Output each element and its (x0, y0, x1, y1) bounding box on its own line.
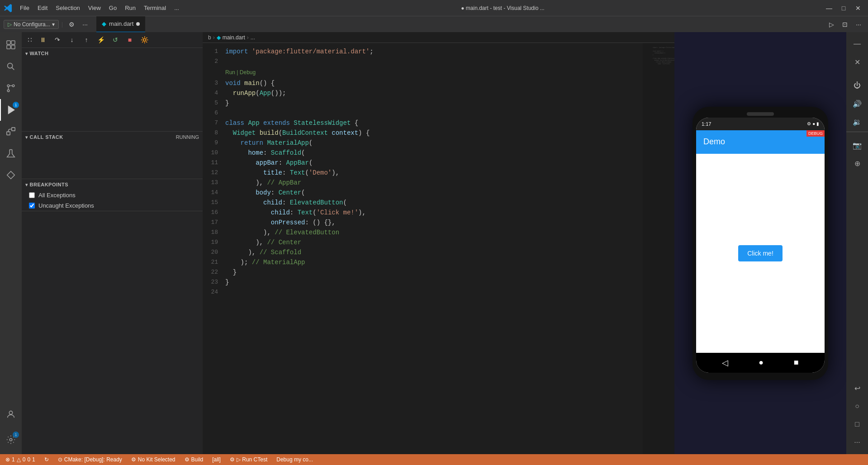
code-line-14: 14 body: Center( (203, 188, 674, 198)
debug-config-selector[interactable]: ▷ No Configura... ▾ (4, 20, 59, 29)
volume-down-button[interactable]: 🔉 (849, 114, 865, 130)
ctest-label: ▷ Run CTest (237, 456, 267, 463)
menu-file[interactable]: File (16, 4, 33, 12)
phone-status-icons: ⚙ ● ▮ (807, 121, 819, 126)
code-line-12: 12 title: Text('Demo'), (203, 168, 674, 178)
watch-section-header[interactable]: ▾ WATCH (22, 48, 203, 59)
step-over-button[interactable]: ↷ (52, 34, 63, 46)
step-into-button[interactable]: ↓ (66, 34, 78, 46)
run-debug-hint[interactable]: Run | Debug (203, 66, 674, 78)
sync-indicator[interactable]: ↻ (43, 454, 51, 465)
code-editor[interactable]: import 'package:flutter/material.dart'; … (203, 43, 674, 454)
breadcrumb-b[interactable]: b (208, 34, 211, 41)
svg-point-14 (9, 411, 12, 414)
close-button[interactable]: ✕ (852, 4, 864, 13)
click-me-button[interactable]: Click me! (738, 245, 783, 261)
sidebar-item-explorer[interactable] (0, 34, 22, 56)
minimize-button[interactable]: — (823, 4, 835, 13)
split-editor-button[interactable]: ⊡ (839, 19, 851, 30)
sidebar-item-run-debug[interactable]: 1 (0, 99, 22, 121)
stop-button[interactable]: ■ (124, 34, 136, 46)
home-nav-button[interactable]: ○ (849, 398, 865, 414)
svg-point-6 (7, 85, 9, 87)
maximize-button[interactable]: □ (837, 4, 850, 13)
sidebar-item-flutter[interactable] (0, 164, 22, 186)
code-line-6: 6 (203, 108, 674, 118)
cmake-status[interactable]: ⊙ CMake: [Debug]: Ready (56, 454, 124, 465)
hot-reload-button[interactable]: 🔆 (138, 34, 150, 46)
phone-back-button[interactable]: ◁ (722, 358, 728, 368)
tab-label: main.dart (109, 20, 133, 27)
continue-button[interactable]: ⚡ (95, 34, 107, 46)
uncaught-exceptions-checkbox[interactable] (29, 203, 35, 209)
menu-run[interactable]: Run (121, 4, 139, 12)
breadcrumb-sep1: › (213, 34, 215, 41)
menu-selection[interactable]: Selection (52, 4, 83, 12)
breakpoint-uncaught-exceptions[interactable]: Uncaught Exceptions (22, 200, 203, 211)
device-more-button[interactable]: ··· (849, 434, 865, 451)
svg-rect-0 (7, 41, 10, 44)
build-button[interactable]: ⚙ Build (183, 454, 205, 465)
call-stack-label: CALL STACK (30, 134, 63, 140)
device-close-button[interactable]: ✕ (849, 54, 865, 70)
menu-terminal[interactable]: Terminal (140, 4, 170, 12)
editor-more-button[interactable]: ··· (853, 19, 864, 30)
editor-actions: ▷ ⊡ ··· (825, 19, 864, 30)
sidebar-drag-handle[interactable] (25, 35, 34, 44)
sidebar-item-test[interactable] (0, 142, 22, 164)
restart-button[interactable]: ↺ (109, 34, 121, 46)
title-bar: File Edit Selection View Go Run Terminal… (0, 0, 868, 16)
svg-rect-11 (12, 128, 15, 131)
config-label: No Configura... (14, 21, 50, 28)
breakpoint-all-exceptions[interactable]: All Exceptions (22, 190, 203, 200)
kit-selector[interactable]: ⚙ No Kit Selected (129, 454, 177, 465)
svg-rect-1 (11, 41, 15, 44)
pause-button[interactable]: ⏸ (37, 34, 49, 46)
error-icon: ⊗ (5, 456, 10, 463)
sidebar-item-source-control[interactable] (0, 77, 22, 99)
watch-section: ▾ WATCH (22, 48, 203, 132)
call-stack-header[interactable]: ▾ CALL STACK RUNNING (22, 132, 203, 142)
settings-button[interactable]: ⚙ (66, 19, 77, 30)
phone-recent-button[interactable]: ■ (794, 358, 799, 367)
code-line-21: 21 ); // MaterialApp (203, 257, 674, 267)
recent-nav-button[interactable]: □ (849, 416, 865, 432)
unsaved-dot (136, 22, 140, 26)
code-line-2: 2 (203, 57, 674, 66)
phone-home-button[interactable]: ● (759, 358, 764, 367)
code-line-13: 13 ), // AppBar (203, 178, 674, 188)
watch-content (22, 59, 203, 131)
breakpoints-header[interactable]: ▾ BREAKPOINTS (22, 179, 203, 190)
menu-more[interactable]: ... (171, 4, 183, 12)
breakpoints-section: ▾ BREAKPOINTS All Exceptions Uncaught Ex… (22, 179, 203, 211)
back-nav-button[interactable]: ↩ (849, 380, 865, 396)
call-stack-content (22, 142, 203, 179)
menu-edit[interactable]: Edit (34, 4, 51, 12)
code-line-19: 19 ), // Center (203, 237, 674, 247)
breadcrumb-more[interactable]: ... (251, 34, 255, 41)
error-indicator[interactable]: ⊗ 1 △ 0 0 1 (4, 454, 37, 465)
volume-up-button[interactable]: 🔊 (849, 95, 865, 112)
run-ctest-button[interactable]: ⚙ ▷ Run CTest (228, 454, 269, 465)
more-actions-button[interactable]: ··· (79, 19, 91, 30)
sidebar-item-extensions[interactable] (0, 121, 22, 142)
main-dart-tab[interactable]: ◆ main.dart (96, 16, 145, 33)
step-out-button[interactable]: ↑ (81, 34, 92, 46)
build-target[interactable]: [all] (210, 454, 223, 465)
breadcrumb: b › ◆ main.dart › ... (203, 32, 674, 43)
sidebar-item-settings[interactable]: 1 (0, 429, 22, 451)
power-button[interactable]: ⏻ (849, 77, 865, 94)
screenshot-button[interactable]: 📷 (849, 137, 865, 153)
debug-my-code-button[interactable]: Debug my co... (275, 454, 315, 465)
breadcrumb-filename[interactable]: main.dart (223, 34, 245, 41)
run-button[interactable]: ▷ (825, 19, 837, 30)
device-minimize-button[interactable]: — (849, 36, 865, 52)
code-line-10: 10 home: Scaffold( (203, 148, 674, 158)
menu-go[interactable]: Go (105, 4, 120, 12)
all-exceptions-checkbox[interactable] (29, 192, 35, 198)
zoom-in-button[interactable]: ⊕ (849, 155, 865, 171)
main-area: 1 1 (0, 32, 868, 454)
menu-view[interactable]: View (85, 4, 104, 12)
sidebar-item-search[interactable] (0, 56, 22, 77)
sidebar-item-accounts[interactable] (0, 403, 22, 425)
